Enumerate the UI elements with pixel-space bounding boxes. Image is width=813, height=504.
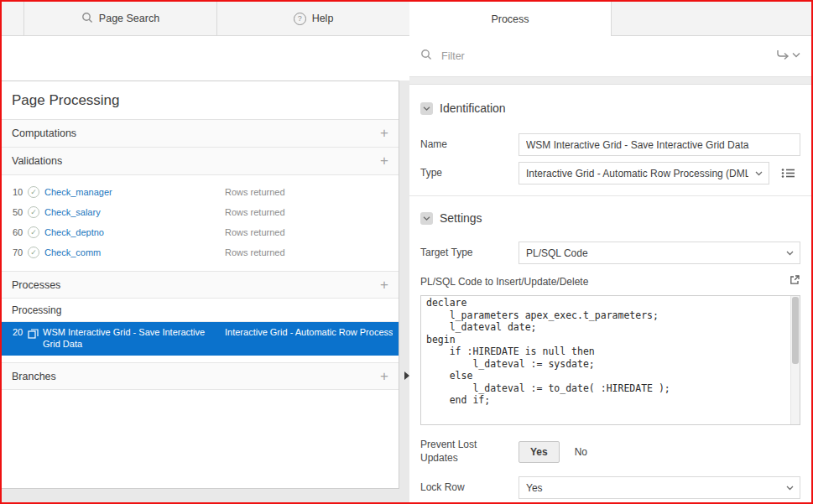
splitter-expand-arrow[interactable]	[404, 372, 409, 380]
pane-gutter-right	[399, 81, 409, 489]
filter-bar	[409, 36, 811, 76]
chevron-down-icon	[786, 486, 794, 491]
search-icon	[420, 49, 432, 64]
processing-group-header: Processing	[2, 299, 399, 322]
add-computation-icon[interactable]: +	[380, 125, 388, 142]
check-circle-icon: ✓	[28, 226, 39, 238]
lock-row-select[interactable]: Yes	[519, 476, 800, 499]
validation-detail: Rows returned	[225, 227, 285, 237]
field-prevent-lost-updates: Prevent Lost Updates Yes No	[420, 439, 800, 465]
right-tab-bar: Process	[409, 2, 811, 36]
separator-band	[409, 76, 811, 85]
tab-help-label: Help	[312, 13, 334, 24]
code-editor-scrollbar[interactable]	[790, 296, 800, 424]
target-type-select[interactable]: PL/SQL Code	[519, 242, 800, 264]
prevent-lost-updates-label: Prevent Lost Updates	[420, 439, 519, 465]
property-editor-pane: Process Identification Name	[409, 2, 811, 502]
field-target-type: Target Type PL/SQL Code	[420, 242, 800, 264]
validation-list: 10 ✓ Check_manager Rows returned 50 ✓ Ch…	[2, 175, 399, 271]
process-grid-icon	[28, 326, 39, 350]
field-type-label: Type	[420, 167, 519, 180]
section-branches[interactable]: Branches +	[2, 362, 399, 390]
type-select-value: Interactive Grid - Automatic Row Process…	[526, 168, 748, 179]
lock-row-label: Lock Row	[420, 481, 519, 495]
validation-detail: Rows returned	[225, 187, 285, 197]
tab-page-search-label: Page Search	[99, 13, 159, 24]
divider	[409, 195, 811, 196]
validation-row[interactable]: 70 ✓ Check_comm Rows returned	[2, 242, 399, 262]
pane-gutter-bottom	[2, 489, 409, 502]
tab-page-search[interactable]: Page Search	[24, 2, 217, 35]
scrollbar-thumb[interactable]	[792, 297, 799, 364]
section-branches-label: Branches	[12, 371, 56, 382]
name-input[interactable]	[519, 133, 800, 156]
field-name: Name	[420, 133, 800, 156]
add-process-icon[interactable]: +	[380, 277, 388, 294]
validation-sequence: 70	[13, 247, 28, 257]
page-processing-panel: Page Processing Computations + Validatio…	[2, 81, 399, 489]
validation-link[interactable]: Check_salary	[44, 207, 101, 217]
group-identification[interactable]: Identification	[420, 101, 800, 115]
field-name-label: Name	[420, 138, 519, 152]
field-lock-row: Lock Row Yes	[420, 476, 800, 499]
prevent-no-button[interactable]: No	[573, 442, 589, 462]
plsql-code-editor[interactable]: declare l_parameters apex_exec.t_paramet…	[420, 295, 800, 425]
collapse-group-icon[interactable]	[420, 212, 433, 225]
field-type: Type Interactive Grid - Automatic Row Pr…	[420, 162, 800, 184]
check-circle-icon: ✓	[28, 186, 39, 198]
search-icon	[81, 12, 93, 26]
section-processes-label: Processes	[12, 279, 60, 291]
process-name: WSM Interactive Grid - Save Interactive …	[43, 326, 215, 350]
section-computations[interactable]: Computations +	[2, 120, 399, 148]
validation-link[interactable]: Check_deptno	[44, 227, 104, 237]
left-tab-bar: Page Search ? Help	[2, 2, 409, 36]
validation-detail: Rows returned	[225, 247, 285, 257]
validation-link[interactable]: Check_comm	[44, 247, 101, 257]
filter-input[interactable]	[440, 49, 775, 63]
field-plsql-code: PL/SQL Code to Insert/Update/Delete	[420, 274, 800, 289]
field-target-type-label: Target Type	[420, 247, 519, 260]
tab-help[interactable]: ? Help	[217, 2, 409, 35]
check-circle-icon: ✓	[28, 206, 39, 218]
chevron-down-icon	[786, 251, 794, 256]
validation-row[interactable]: 60 ✓ Check_deptno Rows returned	[2, 222, 399, 242]
add-validation-icon[interactable]: +	[380, 153, 388, 169]
validation-sequence: 10	[13, 187, 28, 197]
validation-row[interactable]: 10 ✓ Check_manager Rows returned	[2, 182, 399, 202]
help-icon: ?	[294, 13, 306, 25]
page-title: Page Processing	[2, 81, 399, 120]
lock-row-select-value: Yes	[526, 482, 543, 494]
section-computations-label: Computations	[12, 127, 76, 139]
property-editor-content: Identification Name Type Interactive Gri…	[409, 101, 811, 499]
group-identification-label: Identification	[440, 101, 506, 115]
spacer	[2, 356, 399, 362]
check-circle-icon: ✓	[28, 247, 39, 258]
section-processes[interactable]: Processes +	[2, 271, 399, 299]
prevent-yes-button[interactable]: Yes	[519, 441, 560, 463]
type-select[interactable]: Interactive Grid - Automatic Row Process…	[519, 162, 769, 184]
section-validations[interactable]: Validations +	[2, 148, 399, 175]
open-code-editor-icon[interactable]	[789, 274, 800, 289]
section-validations-label: Validations	[12, 155, 62, 167]
go-to-group-icon[interactable]	[775, 49, 800, 65]
plsql-code-text[interactable]: declare l_parameters apex_exec.t_paramet…	[421, 296, 800, 407]
process-sequence: 20	[13, 326, 28, 350]
validation-link[interactable]: Check_manager	[44, 187, 112, 197]
group-settings-label: Settings	[440, 211, 482, 225]
collapse-group-icon[interactable]	[420, 102, 433, 115]
apex-page-designer: Page Search ? Help Page Processing Compu…	[0, 0, 813, 504]
left-pane: Page Search ? Help Page Processing Compu…	[2, 2, 409, 502]
validation-row[interactable]: 50 ✓ Check_salary Rows returned	[2, 202, 399, 222]
add-branch-icon[interactable]: +	[380, 368, 388, 385]
group-settings[interactable]: Settings	[420, 211, 800, 225]
process-row-selected[interactable]: 20 WSM Interactive Grid - Save Interacti…	[2, 322, 399, 356]
tab-process[interactable]: Process	[409, 2, 612, 36]
chevron-down-icon	[755, 171, 763, 176]
plsql-code-label: PL/SQL Code to Insert/Update/Delete	[420, 276, 789, 288]
tab-strip-stub	[2, 2, 24, 35]
type-list-button[interactable]	[775, 162, 800, 184]
validation-sequence: 50	[13, 207, 28, 217]
process-detail: Interactive Grid - Automatic Row Process…	[225, 327, 393, 337]
validation-sequence: 60	[13, 227, 28, 237]
target-type-select-value: PL/SQL Code	[526, 247, 588, 259]
